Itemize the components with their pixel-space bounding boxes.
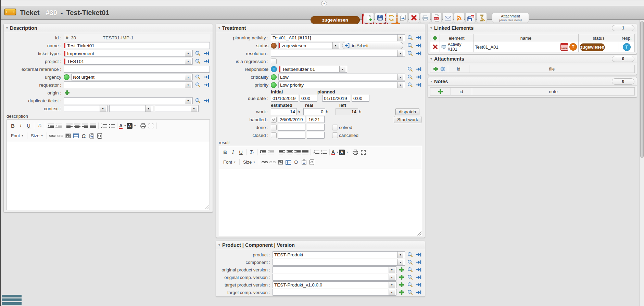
handled-date-input[interactable]: 26/09/2019: [278, 116, 305, 123]
due-planned-time-input[interactable]: 0:00: [352, 95, 369, 102]
remove-format-icon[interactable]: Tx: [248, 148, 256, 156]
special-char-icon[interactable]: Ω: [80, 132, 88, 140]
italic-icon[interactable]: I: [17, 122, 25, 130]
paste-from-word-icon[interactable]: [88, 132, 96, 140]
closed-time-input[interactable]: [307, 132, 325, 139]
background-color-icon[interactable]: A▼: [339, 148, 349, 156]
bullet-list-icon[interactable]: [320, 148, 328, 156]
ordered-list-icon[interactable]: [100, 122, 108, 130]
goto-icon[interactable]: [415, 66, 422, 73]
component-select[interactable]: ▼: [273, 259, 405, 266]
table-row[interactable]: Activity #101 Test01_A01 26/09 T zugewie…: [430, 42, 635, 52]
dropdown-arrow-icon[interactable]: ▼: [389, 289, 395, 295]
done-checkbox[interactable]: [271, 125, 277, 130]
bold-icon[interactable]: B: [221, 148, 229, 156]
maximize-icon[interactable]: [147, 122, 155, 130]
closed-date-input[interactable]: [278, 132, 305, 139]
treatment-panel-header[interactable]: ▾ Treatment: [216, 24, 425, 32]
scrollbar-thumb[interactable]: [640, 21, 644, 158]
dispatch-button[interactable]: dispatch: [395, 108, 419, 115]
dropdown-arrow-icon[interactable]: ▼: [397, 82, 403, 88]
urgency-select[interactable]: Not urgent▼: [71, 74, 193, 80]
solved-checkbox[interactable]: [332, 125, 338, 130]
add-note-cell[interactable]: [430, 88, 451, 95]
align-right-icon[interactable]: [81, 122, 89, 130]
search-icon[interactable]: [407, 42, 414, 49]
image-icon[interactable]: [276, 158, 284, 166]
add-origin-icon[interactable]: [64, 89, 71, 96]
target-product-version-select[interactable]: TEST-Produkt_v1.0.0.0▼: [273, 281, 396, 288]
dropdown-arrow-icon[interactable]: ▼: [185, 58, 191, 64]
result-editor-body[interactable]: [219, 168, 422, 236]
external-reference-input[interactable]: [64, 66, 210, 73]
dropdown-arrow-icon[interactable]: ▼: [389, 274, 395, 280]
dropdown-arrow-icon[interactable]: ▼: [397, 74, 403, 80]
bullet-list-icon[interactable]: [108, 122, 116, 130]
new-button[interactable]: [364, 13, 374, 23]
italic-icon[interactable]: I: [229, 148, 237, 156]
snapshot-button[interactable]: [465, 13, 476, 23]
transition-button[interactable]: in Arbeit: [342, 42, 403, 49]
start-work-button[interactable]: Start work: [394, 116, 421, 123]
handled-checkbox[interactable]: [271, 117, 277, 123]
dropdown-arrow-icon[interactable]: ▼: [191, 105, 197, 112]
maximize-icon[interactable]: [359, 148, 367, 156]
ordered-list-icon[interactable]: [312, 148, 320, 156]
text-color-icon[interactable]: A▼: [119, 122, 127, 130]
work-estimated-input[interactable]: 14: [271, 108, 297, 115]
goto-icon[interactable]: [203, 97, 210, 104]
dropdown-arrow-icon[interactable]: ▼: [185, 50, 191, 56]
search-icon[interactable]: [194, 74, 201, 80]
background-color-icon[interactable]: A▼: [127, 122, 136, 130]
copy-button[interactable]: [397, 13, 408, 23]
dropdown-arrow-icon[interactable]: ▼: [397, 35, 403, 41]
add-icon[interactable]: [398, 266, 405, 273]
goto-icon[interactable]: [415, 74, 422, 80]
align-right-icon[interactable]: [293, 148, 301, 156]
description-editor-body[interactable]: [7, 142, 210, 210]
add-icon[interactable]: [398, 281, 405, 288]
search-icon[interactable]: [407, 74, 414, 80]
search-icon[interactable]: [194, 81, 201, 88]
unlink-icon[interactable]: [268, 158, 276, 166]
goto-icon[interactable]: [203, 74, 210, 80]
link-icon[interactable]: [48, 132, 56, 140]
dropdown-arrow-icon[interactable]: ▼: [185, 82, 191, 88]
goto-icon[interactable]: [415, 34, 422, 41]
dropdown-arrow-icon[interactable]: ▼: [397, 259, 403, 265]
done-time-input[interactable]: [307, 124, 325, 131]
image-icon[interactable]: [64, 132, 72, 140]
align-left-icon[interactable]: [65, 122, 73, 130]
search-icon[interactable]: [407, 289, 414, 296]
resolution-select[interactable]: ▼: [271, 50, 405, 57]
dropdown-arrow-icon[interactable]: ▼: [185, 98, 191, 104]
paste-from-word-icon[interactable]: [300, 158, 308, 166]
due-initial-date-input[interactable]: 01/10/2019: [271, 95, 298, 102]
indent-icon[interactable]: [259, 148, 267, 156]
goto-icon[interactable]: [415, 251, 422, 258]
goto-icon[interactable]: [415, 266, 422, 273]
search-icon[interactable]: [194, 97, 201, 104]
dropdown-arrow-icon[interactable]: ▼: [389, 267, 395, 273]
duplicate-ticket-select[interactable]: ▼: [64, 97, 193, 104]
search-icon[interactable]: [407, 66, 414, 73]
align-left-icon[interactable]: [278, 148, 286, 156]
search-icon[interactable]: [407, 274, 414, 281]
search-icon[interactable]: [194, 50, 201, 57]
product-select[interactable]: TEST-Produkt▼: [273, 251, 405, 258]
target-comp-version-select[interactable]: ▼: [273, 289, 396, 296]
rss-button[interactable]: [454, 13, 464, 23]
print-button[interactable]: [420, 13, 430, 23]
search-icon[interactable]: [407, 50, 414, 57]
context-select-2[interactable]: ▼: [109, 105, 153, 112]
link-icon[interactable]: [261, 158, 268, 166]
goto-icon[interactable]: [415, 50, 422, 57]
notes-panel-header[interactable]: ▾ Notes 0: [428, 77, 637, 86]
delete-link-cell[interactable]: [430, 42, 440, 52]
status-select[interactable]: zugewiesen▼: [278, 42, 340, 49]
refresh-button[interactable]: [386, 13, 396, 23]
handled-time-input[interactable]: 16:21: [307, 116, 325, 123]
goto-icon[interactable]: [415, 281, 422, 288]
attachment-drop-button[interactable]: Attachment (drop files here): [492, 13, 529, 23]
dropdown-arrow-icon[interactable]: ▼: [397, 50, 403, 56]
